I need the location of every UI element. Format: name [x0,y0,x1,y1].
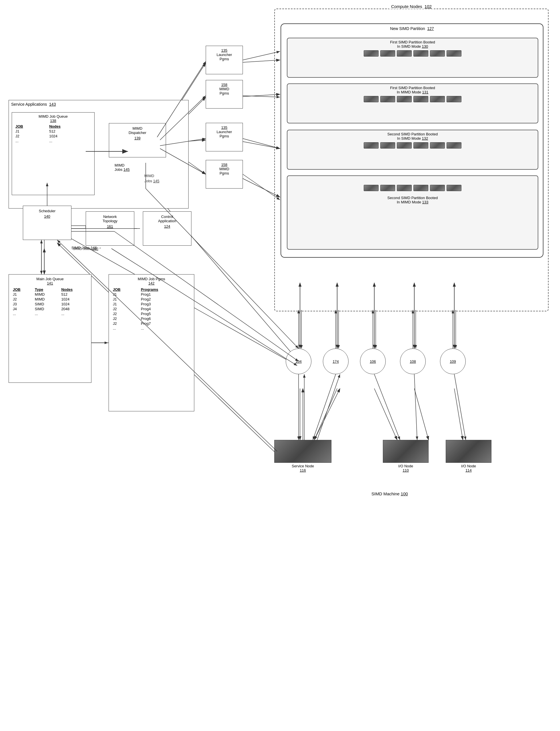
svg-line-71 [313,374,336,440]
chip-10 [413,96,428,102]
main-job-queue-box: Main Job Queue141 JOB Type Nodes J1MIMD5… [9,274,91,383]
table-row: J2Prog4 [111,307,192,312]
svg-line-33 [454,388,463,440]
chip-14 [380,142,395,149]
node-104-circle: 104 [286,349,311,374]
io-node-2-graphic [446,440,491,463]
simd-jobs-label: SIMD Jobs 146 → [71,246,102,250]
partition-mimd-133: Second SIMD Partition BootedIn MIMD Mode… [287,175,538,250]
chip-5 [430,50,445,57]
node-174-circle: 174 [323,349,349,374]
chip-6 [447,50,461,57]
partition-mimd-131: First SIMD Partition BootedIn MIMD Mode … [287,83,538,123]
chip-19 [364,185,379,191]
chip-3 [397,50,412,57]
table-row: J21024 [14,134,93,139]
chip-1 [364,50,379,57]
table-row: J1Prog3 [111,302,192,307]
mimd-jobs-label: MIMDJobs 145 [115,163,130,172]
svg-line-73 [317,374,340,440]
svg-line-31 [374,388,397,440]
partition-simd-132: Second SIMD Partition BootedIn SIMD Mode… [287,130,538,170]
table-row: J1Prog1 [111,292,192,297]
mimd-job-pgms-table: JOB Programs J1Prog1 J1Prog2 J1Prog3 J2P… [111,287,192,331]
compute-nodes-region: Compute Nodes 102 New SIMD Partition 127… [274,9,549,312]
chip-24 [447,185,461,191]
table-row: J1Prog2 [111,297,192,302]
table-row: J1512 [14,129,93,134]
new-simd-partition-box: New SIMD Partition 127 First SIMD Partit… [281,23,543,258]
launcher-pgms-1-box: 135 LauncherPgms [206,46,243,74]
chip-22 [413,185,428,191]
chip-15 [397,142,412,149]
mimd-pgms-2-box: 158 MIMDPgms [206,160,243,189]
io-node-1-graphic [383,440,429,463]
launcher-pgms-2-box: 135 LauncherPgms [206,123,243,151]
svg-line-74 [374,374,400,440]
table-row: J2MIMD1024 [11,297,89,302]
svg-line-30 [314,388,337,440]
chip-20 [380,185,395,191]
svg-line-35 [314,388,340,440]
service-apps-label: Service Applications 143 [9,100,188,108]
scheduler-box: Scheduler 140 [23,206,71,240]
chip-13 [364,142,379,149]
svg-line-32 [414,388,429,440]
table-row: J2Prog5 [111,312,192,316]
compute-nodes-label: Compute Nodes 102 [389,4,434,9]
chip-9 [397,96,412,102]
mimd-pgms-1-box: 158 MIMDPgms [206,80,243,109]
new-simd-partition-label: New SIMD Partition 127 [281,24,543,32]
chip-17 [430,142,445,149]
chip-8 [380,96,395,102]
io-node-2-container: I/O Node114 [446,440,491,472]
chip-11 [430,96,445,102]
chip-12 [447,96,461,102]
svg-line-76 [454,374,466,440]
main-job-table: JOB Type Nodes J1MIMD512 J2MIMD1024 J3SI… [11,287,89,316]
table-row: ...... [14,139,93,143]
table-row: ...... [111,326,192,331]
chip-7 [364,96,379,102]
chip-18 [447,142,461,149]
node-109-circle: 109 [440,349,466,374]
chip-16 [413,142,428,149]
chip-21 [397,185,412,191]
table-row: ......... [11,312,89,316]
node-106-circle: 106 [360,349,386,374]
service-node-graphic [274,440,331,463]
table-row: J3SIMD1024 [11,302,89,307]
service-node-container: Service Node116 [274,440,331,472]
table-row: J1MIMD512 [11,292,89,297]
control-application-box: ControlApplication 124 [143,211,191,246]
svg-line-75 [414,374,417,440]
simd-machine-label: SIMD Machine 100 [371,491,408,496]
table-row: J2Prog7 [111,321,192,326]
diagram-container: Compute Nodes 102 New SIMD Partition 127… [0,0,560,731]
service-apps-box: Service Applications 143 MIMD Job Queue1… [9,100,189,209]
io-node-1-container: I/O Node110 [383,440,429,472]
network-topology-box: NetworkTopology 161 [86,211,134,246]
partition-simd-130: First SIMD Partition BootedIn SIMD Mode … [287,38,538,78]
chip-23 [430,185,445,191]
mimd-job-pgms-box: MIMD Job Pgms142 JOB Programs J1Prog1 J1… [109,274,194,411]
mimd-job-queue-box: MIMD Job Queue138 JOB Nodes J1512 J21024… [12,112,95,195]
mimd-dispatcher-box: MIMDDispatcher 139 [109,123,166,157]
mimd-job-table: JOB Nodes J1512 J21024 ...... [14,124,93,143]
chip-4 [413,50,428,57]
chip-2 [380,50,395,57]
node-108-circle: 108 [400,349,426,374]
table-row: J4SIMD2048 [11,307,89,312]
table-row: J2Prog6 [111,316,192,321]
